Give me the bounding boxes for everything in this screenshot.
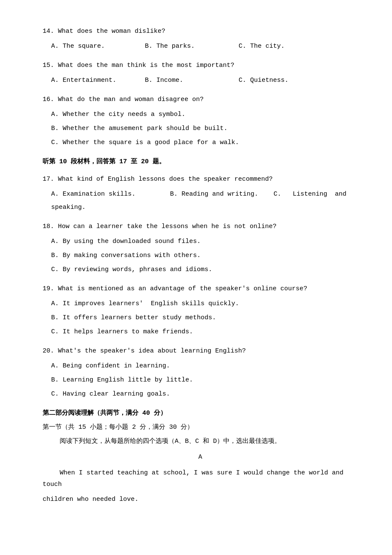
question-19-text: 19. What is mentioned as an advantage of… — [43, 283, 358, 295]
q14-options: A. The square. B. The parks. C. The city… — [51, 40, 358, 52]
q15-number: 15 — [43, 62, 50, 69]
q19-option-a: A. It improves learners' English skills … — [51, 298, 358, 309]
q17-option-line2: speaking. — [51, 202, 358, 213]
q14-option-c: C. The city. — [239, 40, 285, 52]
q18-option-c: C. By reviewing words, phrases and idiom… — [51, 264, 358, 275]
question-19: 19. What is mentioned as an advantage of… — [43, 283, 358, 338]
q14-body: What does the woman dislike? — [58, 28, 165, 35]
q17-number: 17 — [43, 176, 50, 183]
question-20: 20. What's the speaker's idea about lear… — [43, 345, 358, 400]
passage-text-continued: children who needed love. — [43, 494, 358, 505]
question-14: 14. What does the woman dislike? A. The … — [43, 26, 358, 52]
q14-option-b: B. The parks. — [145, 40, 239, 52]
section-a-label: A — [43, 451, 358, 463]
q15-option-a: A. Entertainment. — [51, 75, 145, 86]
q20-option-b: B. Learning English little by little. — [51, 374, 358, 386]
q15-option-c: C. Quietness. — [239, 75, 288, 86]
question-17-text: 17. What kind of English lessons does th… — [43, 173, 358, 185]
question-20-text: 20. What's the speaker's idea about lear… — [43, 345, 358, 357]
q14-number: 14 — [43, 28, 50, 35]
q18-number: 18 — [43, 223, 50, 230]
q17-body: What kind of English lessons does the sp… — [58, 176, 273, 183]
q19-body: What is mentioned as an advantage of the… — [58, 285, 307, 292]
question-15-text: 15. What does the man think is the most … — [43, 60, 358, 71]
section-heading-10: 听第 10 段材料，回答第 17 至 20 题。 — [43, 156, 358, 168]
q20-number: 20 — [43, 347, 50, 355]
q17-option-line1: A. Examination skills. B. Reading and wr… — [51, 188, 358, 200]
q16-body: What do the man and woman disagree on? — [58, 96, 204, 103]
q19-option-c: C. It helps learners to make friends. — [51, 326, 358, 338]
passage-text: When I started teaching at school, I was… — [43, 467, 358, 490]
q16-option-b: B. Whether the amusement park should be … — [51, 123, 358, 134]
q15-options: A. Entertainment. B. Income. C. Quietnes… — [51, 75, 358, 86]
q20-body: What's the speaker's idea about learning… — [58, 347, 246, 355]
question-14-text: 14. What does the woman dislike? — [43, 26, 358, 37]
question-16: 16. What do the man and woman disagree o… — [43, 94, 358, 148]
q15-option-b: B. Income. — [145, 75, 239, 86]
part2-heading: 第二部分阅读理解（共两节，满分 40 分） — [43, 408, 358, 419]
q18-body: How can a learner take the lessons when … — [58, 223, 277, 230]
question-16-text: 16. What do the man and woman disagree o… — [43, 94, 358, 105]
q19-option-b: B. It offers learners better study metho… — [51, 312, 358, 324]
q16-number: 16 — [43, 96, 50, 103]
q20-option-a: A. Being confident in learning. — [51, 360, 358, 372]
q20-option-c: C. Having clear learning goals. — [51, 388, 358, 400]
q16-option-a: A. Whether the city needs a symbol. — [51, 109, 358, 120]
q18-option-a: A. By using the downloaded sound files. — [51, 236, 358, 247]
question-18-text: 18. How can a learner take the lessons w… — [43, 221, 358, 232]
question-15: 15. What does the man think is the most … — [43, 60, 358, 86]
q16-option-c: C. Whether the square is a good place fo… — [51, 137, 358, 148]
question-18: 18. How can a learner take the lessons w… — [43, 221, 358, 275]
q14-option-a: A. The square. — [51, 40, 145, 52]
q19-number: 19 — [43, 285, 50, 292]
q18-option-b: B. By making conversations with others. — [51, 250, 358, 261]
question-17: 17. What kind of English lessons does th… — [43, 173, 358, 213]
q15-body: What does the man think is the most impo… — [58, 62, 234, 69]
reading-instruction: 阅读下列短文，从每题所给的四个选项（A、B、C 和 D）中，选出最佳选项。 — [60, 436, 358, 447]
q17-options-wrap: A. Examination skills. B. Reading and wr… — [51, 188, 358, 213]
section1-heading: 第一节（共 15 小题；每小题 2 分，满分 30 分） — [43, 422, 358, 433]
